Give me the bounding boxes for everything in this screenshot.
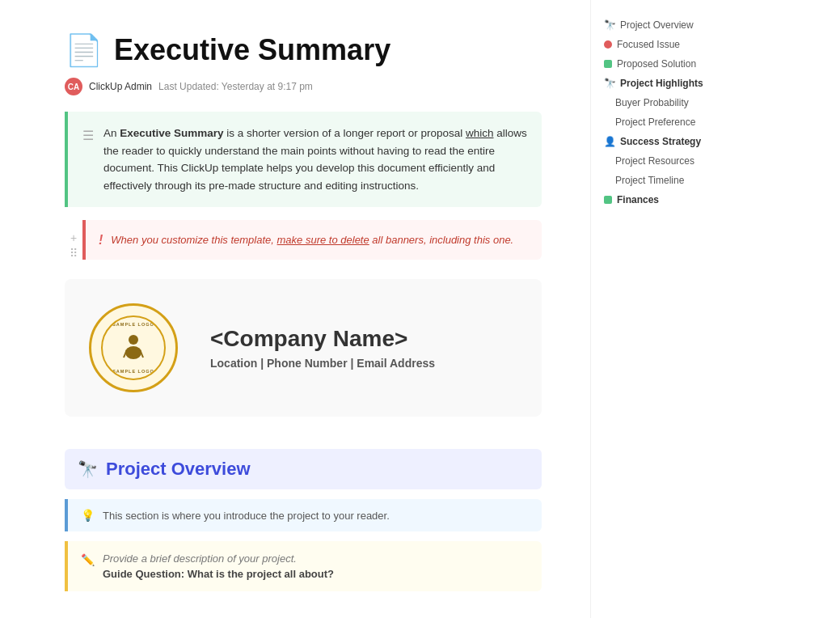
svg-point-1 — [125, 346, 141, 359]
meta-row: CA ClickUp Admin Last Updated: Yesterday… — [65, 78, 542, 95]
project-overview-title: Project Overview — [106, 459, 251, 480]
page-title-row: 📄 Executive Summary — [65, 32, 542, 68]
project-highlights-icon: 🔭 — [604, 78, 615, 89]
info-banner-text: An Executive Summary is a shorter versio… — [103, 125, 527, 194]
company-card: SAMPLE LOGO SAMPLE LOGO <Company Name> L… — [65, 279, 542, 417]
company-name: <Company Name> — [210, 326, 435, 352]
sidebar-item-finances[interactable]: Finances — [599, 191, 744, 209]
sidebar-item-project-timeline[interactable]: Project Timeline — [599, 171, 744, 189]
warning-banner-wrapper: + ⠿ ! When you customize this template, … — [65, 220, 542, 260]
delete-link[interactable]: make sure to delete — [277, 234, 369, 246]
page-icon: 📄 — [65, 32, 103, 68]
warning-text: When you customize this template, make s… — [111, 234, 513, 246]
project-overview-icon: 🔭 — [78, 459, 98, 479]
info-banner: ☰ An Executive Summary is a shorter vers… — [65, 112, 542, 207]
sidebar-label-success-strategy: Success Strategy — [620, 136, 701, 147]
warning-exclamation: ! — [99, 233, 103, 248]
drag-icon[interactable]: ⠿ — [70, 247, 78, 260]
sidebar-item-buyer-probability[interactable]: Buyer Probability — [599, 94, 744, 112]
hint-icon: 💡 — [81, 509, 95, 522]
sidebar-item-focused-issue[interactable]: Focused Issue — [599, 36, 744, 53]
sidebar-item-project-highlights[interactable]: 🔭 Project Highlights — [599, 74, 744, 92]
focused-issue-dot — [604, 40, 612, 49]
proposed-solution-square — [604, 60, 612, 68]
logo-top-text: SAMPLE LOGO — [112, 322, 154, 327]
instruction-guide: Guide Question: What is the project all … — [103, 568, 334, 580]
info-icon: ☰ — [82, 125, 94, 194]
sidebar-label-proposed-solution: Proposed Solution — [617, 58, 696, 70]
avatar: CA — [65, 78, 82, 95]
sidebar-item-proposed-solution[interactable]: Proposed Solution — [599, 55, 744, 73]
company-info: <Company Name> Location | Phone Number |… — [210, 326, 435, 370]
sidebar-label-project-timeline: Project Timeline — [615, 175, 684, 186]
hint-text: This section is where you introduce the … — [103, 510, 390, 522]
project-overview-section-header: 🔭 Project Overview — [65, 449, 542, 489]
sidebar-label-focused-issue: Focused Issue — [617, 39, 680, 50]
sidebar-label-project-overview: Project Overview — [620, 19, 694, 31]
which-link[interactable]: which — [466, 127, 494, 139]
logo-figure-svg — [117, 332, 150, 364]
author-name: ClickUp Admin — [89, 81, 152, 92]
instruction-icon: ✏️ — [81, 553, 95, 580]
sidebar-label-project-resources: Project Resources — [615, 155, 694, 167]
sidebar-item-project-resources[interactable]: Project Resources — [599, 152, 744, 170]
instruction-italic: Provide a brief description of your proj… — [103, 552, 334, 565]
warning-banner: ! When you customize this template, make… — [82, 220, 542, 260]
instruction-content: Provide a brief description of your proj… — [103, 552, 334, 580]
sidebar-item-project-overview[interactable]: 🔭 Project Overview — [599, 16, 744, 34]
instruction-box: ✏️ Provide a brief description of your p… — [65, 541, 542, 591]
executive-summary-bold: Executive Summary — [120, 127, 223, 139]
sidebar: 🔭 Project Overview Focused Issue Propose… — [590, 0, 752, 618]
plus-icon[interactable]: + — [70, 231, 77, 244]
sidebar-label-buyer-probability: Buyer Probability — [615, 97, 689, 108]
last-updated: Last Updated: Yesterday at 9:17 pm — [158, 81, 313, 92]
drag-handle-area: + ⠿ — [65, 220, 82, 260]
company-details: Location | Phone Number | Email Address — [210, 357, 435, 370]
svg-point-0 — [129, 335, 138, 345]
logo-inner: SAMPLE LOGO SAMPLE LOGO — [101, 315, 166, 380]
sidebar-label-project-highlights: Project Highlights — [620, 78, 703, 89]
company-logo: SAMPLE LOGO SAMPLE LOGO — [89, 303, 178, 392]
hint-box: 💡 This section is where you introduce th… — [65, 499, 542, 531]
page-title: Executive Summary — [114, 33, 390, 67]
sidebar-item-project-preference[interactable]: Project Preference — [599, 113, 744, 131]
finances-square — [604, 196, 612, 204]
sidebar-label-project-preference: Project Preference — [615, 116, 695, 128]
sidebar-label-finances: Finances — [617, 194, 659, 205]
success-strategy-icon: 👤 — [604, 136, 615, 147]
sidebar-item-success-strategy[interactable]: 👤 Success Strategy — [599, 133, 744, 150]
project-overview-sidebar-icon: 🔭 — [604, 19, 615, 31]
logo-bottom-text: SAMPLE LOGO — [112, 369, 154, 374]
main-content: 📄 Executive Summary CA ClickUp Admin Las… — [0, 0, 590, 618]
